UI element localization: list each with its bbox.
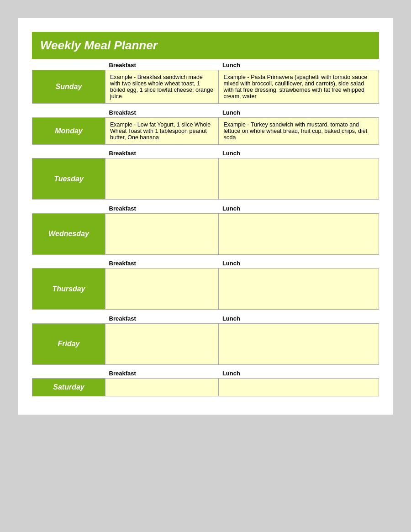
tuesday-lunch-cell[interactable] bbox=[219, 158, 379, 200]
sunday-row: Sunday Example - Breakfast sandwich made… bbox=[32, 70, 379, 104]
tuesday-breakfast-cell[interactable] bbox=[105, 158, 219, 200]
wednesday-day-cell: Wednesday bbox=[32, 213, 105, 254]
planner-table: Breakfast Lunch Sunday Example - Breakfa… bbox=[32, 59, 379, 396]
thursday-lunch-header: Lunch bbox=[219, 257, 379, 269]
thursday-row: Thursday bbox=[32, 269, 379, 310]
monday-lunch-cell[interactable]: Example - Turkey sandwich with mustard, … bbox=[219, 117, 379, 144]
friday-breakfast-cell[interactable] bbox=[105, 323, 219, 364]
sunday-breakfast-header: Breakfast bbox=[105, 59, 219, 70]
thursday-header-row: Breakfast Lunch bbox=[32, 257, 379, 269]
tuesday-day-header-empty bbox=[32, 147, 105, 158]
wednesday-lunch-cell[interactable] bbox=[219, 213, 379, 254]
thursday-breakfast-header: Breakfast bbox=[105, 257, 219, 269]
sunday-day-cell: Sunday bbox=[32, 70, 105, 104]
tuesday-row: Tuesday bbox=[32, 158, 379, 200]
monday-header-row: Breakfast Lunch bbox=[32, 106, 379, 118]
tuesday-breakfast-header: Breakfast bbox=[105, 147, 219, 158]
thursday-day-cell: Thursday bbox=[32, 269, 105, 310]
friday-lunch-header: Lunch bbox=[219, 312, 379, 324]
saturday-header-row: Breakfast Lunch bbox=[32, 367, 379, 379]
saturday-breakfast-cell[interactable] bbox=[105, 379, 219, 396]
tuesday-header-row: Breakfast Lunch bbox=[32, 147, 379, 158]
saturday-lunch-cell[interactable] bbox=[219, 379, 379, 396]
thursday-lunch-cell[interactable] bbox=[219, 269, 379, 310]
saturday-day-header-empty bbox=[32, 367, 105, 379]
tuesday-lunch-header: Lunch bbox=[219, 147, 379, 158]
friday-row: Friday bbox=[32, 323, 379, 364]
monday-breakfast-cell[interactable]: Example - Low fat Yogurt, 1 slice Whole … bbox=[105, 117, 219, 144]
thursday-day-header-empty bbox=[32, 257, 105, 269]
sunday-header-row: Breakfast Lunch bbox=[32, 59, 379, 70]
saturday-day-cell: Saturday bbox=[32, 379, 105, 396]
thursday-breakfast-cell[interactable] bbox=[105, 269, 219, 310]
sunday-breakfast-cell[interactable]: Example - Breakfast sandwich made with t… bbox=[105, 70, 219, 104]
wednesday-lunch-header: Lunch bbox=[219, 202, 379, 214]
monday-breakfast-header: Breakfast bbox=[105, 106, 219, 118]
saturday-lunch-header: Lunch bbox=[219, 367, 379, 379]
monday-lunch-header: Lunch bbox=[219, 106, 379, 118]
friday-header-row: Breakfast Lunch bbox=[32, 312, 379, 324]
monday-day-header-empty bbox=[32, 106, 105, 118]
wednesday-breakfast-cell[interactable] bbox=[105, 213, 219, 254]
monday-row: Monday Example - Low fat Yogurt, 1 slice… bbox=[32, 117, 379, 144]
page-title: Weekly Meal Planner bbox=[40, 38, 371, 53]
tuesday-day-cell: Tuesday bbox=[32, 158, 105, 200]
title-bar: Weekly Meal Planner bbox=[32, 32, 379, 59]
wednesday-row: Wednesday bbox=[32, 213, 379, 254]
wednesday-header-row: Breakfast Lunch bbox=[32, 202, 379, 214]
sunday-day-header-empty bbox=[32, 59, 105, 70]
wednesday-breakfast-header: Breakfast bbox=[105, 202, 219, 214]
friday-breakfast-header: Breakfast bbox=[105, 312, 219, 324]
wednesday-day-header-empty bbox=[32, 202, 105, 214]
friday-lunch-cell[interactable] bbox=[219, 323, 379, 364]
monday-day-cell: Monday bbox=[32, 117, 105, 144]
page: Weekly Meal Planner Breakfast Lunch Sund… bbox=[18, 18, 393, 415]
saturday-row: Saturday bbox=[32, 379, 379, 396]
sunday-lunch-cell[interactable]: Example - Pasta Primavera (spaghetti wit… bbox=[219, 70, 379, 104]
sunday-lunch-header: Lunch bbox=[219, 59, 379, 70]
saturday-breakfast-header: Breakfast bbox=[105, 367, 219, 379]
friday-day-cell: Friday bbox=[32, 323, 105, 364]
friday-day-header-empty bbox=[32, 312, 105, 324]
